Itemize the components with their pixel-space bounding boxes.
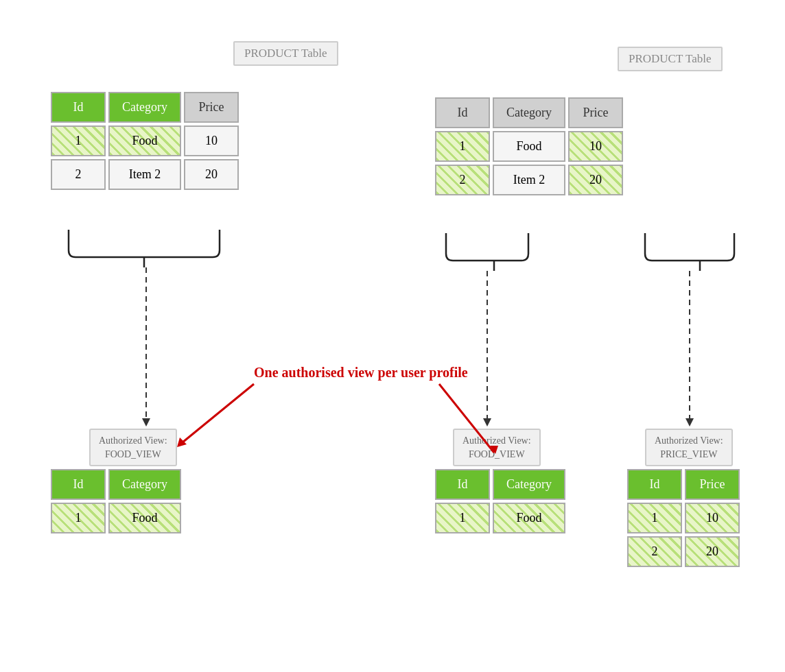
annotation-text: One authorised view per user profile xyxy=(254,363,468,381)
svg-marker-3 xyxy=(177,437,187,447)
diagram-container: PRODUCT Table Id Category Price 1 Food 1… xyxy=(0,0,785,672)
left-row2-id: 2 xyxy=(51,159,106,190)
left-food-header-category: Category xyxy=(108,469,181,500)
left-row1-category: Food xyxy=(108,125,181,156)
right-price-row1-id: 1 xyxy=(627,503,682,533)
left-row1-id: 1 xyxy=(51,125,106,156)
right-price-header-id: Id xyxy=(627,469,682,500)
right-price-view-table: Id Price 1 10 2 20 xyxy=(624,466,742,570)
svg-marker-1 xyxy=(142,418,150,427)
right-row2-category: Item 2 xyxy=(493,165,565,195)
right-food-row1-id: 1 xyxy=(435,503,490,533)
right-header-id: Id xyxy=(435,97,490,128)
right-header-price: Price xyxy=(568,97,623,128)
right-price-row1-price: 10 xyxy=(685,503,740,533)
left-header-id: Id xyxy=(51,92,106,123)
left-row2-category: Item 2 xyxy=(108,159,181,190)
right-food-view-label: Authorized View: FOOD_VIEW xyxy=(453,429,541,466)
right-food-row1-category: Food xyxy=(493,503,565,533)
right-row1-price: 10 xyxy=(568,131,623,162)
right-food-view-table: Id Category 1 Food xyxy=(432,466,568,536)
right-row2-price: 20 xyxy=(568,165,623,195)
right-header-category: Category xyxy=(493,97,565,128)
right-price-row2-id: 2 xyxy=(627,536,682,567)
left-header-price: Price xyxy=(184,92,239,123)
right-price-row2-price: 20 xyxy=(685,536,740,567)
right-product-table: Id Category Price 1 Food 10 2 Item 2 20 xyxy=(432,95,626,198)
right-food-header-id: Id xyxy=(435,469,490,500)
left-food-view-table: Id Category 1 Food xyxy=(48,466,184,536)
right-food-header-category: Category xyxy=(493,469,565,500)
left-food-row1-category: Food xyxy=(108,503,181,533)
left-product-table: Id Category Price 1 Food 10 2 Item 2 20 xyxy=(48,89,242,193)
right-product-table-label: PRODUCT Table xyxy=(618,47,723,71)
left-header-category: Category xyxy=(108,92,181,123)
right-row2-id: 2 xyxy=(435,165,490,195)
right-price-view-label: Authorized View: PRICE_VIEW xyxy=(645,429,733,466)
svg-marker-5 xyxy=(483,418,491,427)
svg-marker-7 xyxy=(686,418,694,427)
left-food-view-label: Authorized View: FOOD_VIEW xyxy=(89,429,177,466)
right-row1-id: 1 xyxy=(435,131,490,162)
svg-line-2 xyxy=(178,384,254,446)
left-row1-price: 10 xyxy=(184,125,239,156)
right-row1-category: Food xyxy=(493,131,565,162)
left-product-table-label: PRODUCT Table xyxy=(233,41,338,66)
left-food-header-id: Id xyxy=(51,469,106,500)
left-food-row1-id: 1 xyxy=(51,503,106,533)
left-row2-price: 20 xyxy=(184,159,239,190)
right-price-header-price: Price xyxy=(685,469,740,500)
